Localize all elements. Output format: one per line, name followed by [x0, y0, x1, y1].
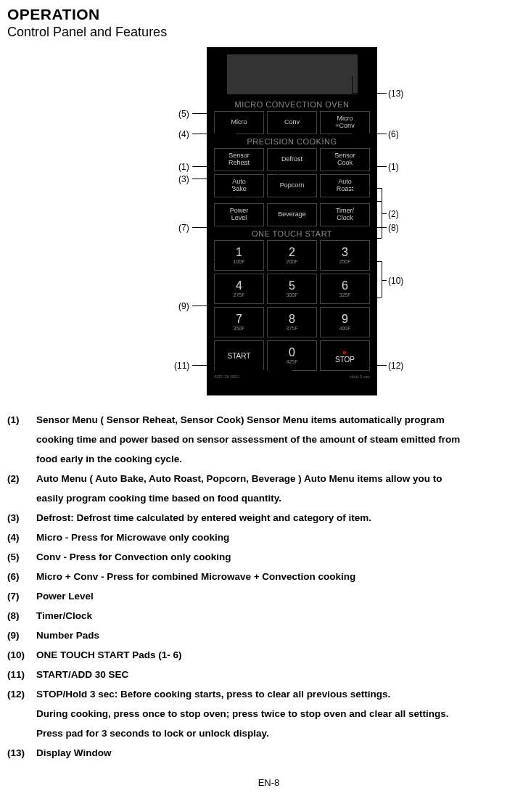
callout-4: (4) — [178, 129, 189, 139]
desc-num-13: (13) — [7, 743, 36, 763]
callout-8: (8) — [388, 223, 399, 233]
label: 200F — [287, 259, 298, 265]
defrost-button[interactable]: Defrost — [267, 148, 317, 171]
section-precision-cooking: PRECISION COOKING — [214, 137, 370, 146]
control-panel: MICRO CONVECTION OVEN Micro Conv Micro +… — [207, 47, 377, 395]
label: START — [228, 352, 251, 360]
micro-conv-button[interactable]: Micro +Conv — [320, 111, 370, 134]
desc-text-2b: easily program cooking time based on foo… — [36, 488, 523, 508]
desc-num-1: (1) — [7, 410, 36, 430]
label: Level — [231, 215, 247, 222]
desc-text-5: Conv - Press for Convection only cooking — [36, 547, 523, 567]
desc-text-1b: cooking time and power based on sensor a… — [36, 430, 523, 449]
label: 0 — [289, 347, 295, 358]
display-window — [227, 54, 358, 94]
keypad-4[interactable]: 4275F — [214, 274, 264, 304]
leader-line — [382, 261, 382, 298]
section-one-touch-start: ONE TOUCH START — [214, 229, 370, 238]
keypad-6[interactable]: 6325F — [320, 274, 370, 304]
stop-sublabel: Hold 3 sec — [321, 374, 370, 379]
desc-text-12: STOP/Hold 3 sec: Before cooking starts, … — [36, 684, 523, 704]
label: 7 — [236, 313, 242, 325]
conv-button[interactable]: Conv — [267, 111, 317, 134]
callout-9: (9) — [178, 301, 189, 311]
label: 250F — [339, 259, 351, 265]
leader-line — [382, 213, 387, 214]
auto-roast-button[interactable]: Auto Roast — [320, 174, 370, 197]
label: 325F — [339, 292, 351, 298]
leader-line — [352, 134, 387, 134]
desc-num-7: (7) — [7, 586, 36, 606]
desc-text-9: Number Pads — [36, 626, 523, 645]
label: 3 — [342, 247, 348, 258]
desc-text-3: Defrost: Defrost time calculated by ente… — [36, 508, 523, 528]
leader-line — [355, 298, 382, 298]
power-level-button[interactable]: Power Level — [214, 203, 264, 226]
auto-bake-button[interactable]: Auto Bake — [214, 174, 264, 197]
popcorn-button[interactable]: Popcorn — [267, 174, 317, 197]
desc-num-9: (9) — [7, 626, 36, 645]
micro-button[interactable]: Micro — [214, 111, 264, 134]
leader-line — [352, 76, 353, 94]
leader-line — [192, 365, 232, 366]
leader-line — [352, 93, 387, 94]
leader-line — [232, 201, 382, 202]
label: 350F — [234, 326, 245, 332]
label: 1 — [236, 247, 242, 258]
label: +Conv — [335, 123, 354, 130]
start-button[interactable]: START — [214, 340, 264, 371]
callout-1-left: (1) — [178, 162, 189, 172]
timer-clock-button[interactable]: Timer/ Clock — [320, 203, 370, 226]
sensor-cook-button[interactable]: Sensor Cook — [320, 148, 370, 171]
section-micro-convection: MICRO CONVECTION OVEN — [214, 100, 370, 109]
keypad-1[interactable]: 1100F — [214, 240, 264, 271]
leader-line — [192, 166, 236, 167]
keypad-2[interactable]: 2200F — [267, 240, 317, 271]
desc-text-10: ONE TOUCH START Pads (1- 6) — [36, 645, 523, 665]
leader-line — [352, 166, 387, 167]
label: 300F — [287, 292, 298, 298]
callout-5: (5) — [178, 109, 189, 119]
desc-num-8: (8) — [7, 606, 36, 626]
callout-7: (7) — [178, 223, 189, 233]
label: 6 — [342, 280, 348, 292]
keypad-8[interactable]: 8375F — [267, 307, 317, 337]
label: Roast — [337, 186, 354, 193]
label: STOP — [335, 356, 355, 364]
desc-num-2: (2) — [7, 469, 36, 488]
label: Cook — [337, 160, 353, 167]
desc-text-1c: food early in the cooking cycle. — [36, 449, 523, 469]
label: 400F — [339, 326, 351, 332]
keypad-3[interactable]: 3250F — [320, 240, 370, 271]
keypad-7[interactable]: 7350F — [214, 307, 264, 337]
callout-3: (3) — [178, 174, 189, 184]
label: Bake — [231, 186, 247, 193]
leader-line — [382, 280, 387, 281]
keypad-0[interactable]: 0425F — [267, 340, 317, 371]
leader-line — [210, 261, 211, 370]
label: Clock — [337, 215, 353, 222]
leader-line — [210, 261, 232, 262]
beverage-button[interactable]: Beverage — [267, 203, 317, 226]
keypad-9[interactable]: 9400F — [320, 307, 370, 337]
desc-text-8: Timer/Clock — [36, 606, 523, 626]
desc-text-12c: Press pad for 3 seconds to lock or unloc… — [36, 723, 523, 743]
leader-line — [232, 188, 233, 201]
desc-text-2: Auto Menu ( Auto Bake, Auto Roast, Popco… — [36, 469, 523, 488]
keypad-5[interactable]: 5300F — [267, 274, 317, 304]
desc-num-4: (4) — [7, 528, 36, 547]
stop-button[interactable]: STOP — [320, 340, 370, 371]
page-subtitle: Control Panel and Features — [7, 25, 523, 40]
sensor-reheat-button[interactable]: Sensor Reheat — [214, 148, 264, 171]
stop-indicator-icon — [343, 348, 347, 356]
desc-num-10: (10) — [7, 645, 36, 665]
desc-text-12b: During cooking, press once to stop oven;… — [36, 704, 523, 723]
callout-2: (2) — [388, 209, 399, 219]
callout-12: (12) — [388, 361, 403, 371]
callout-1-right: (1) — [388, 162, 399, 172]
description-list: (1)Sensor Menu ( Sensor Reheat, Sensor C… — [7, 410, 523, 763]
desc-text-7: Power Level — [36, 586, 523, 606]
leader-line — [192, 179, 278, 179]
desc-num-12: (12) — [7, 684, 36, 704]
leader-line — [348, 188, 382, 189]
